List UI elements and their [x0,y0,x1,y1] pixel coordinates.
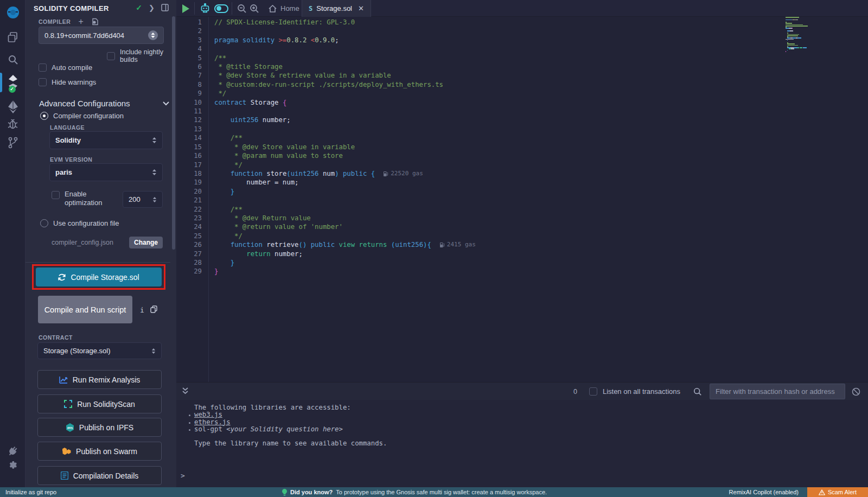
line-number: 24 [176,222,202,231]
copy-icon[interactable] [150,305,157,313]
enable-optimization-label: Enable optimization [65,190,117,207]
run-solidityscan-button[interactable]: Run SolidityScan [37,394,162,413]
publish-on-swarm-button[interactable]: Publish on Swarm [37,442,162,461]
use-configuration-file-radio[interactable] [40,219,48,227]
home-icon [269,5,277,12]
transaction-count: 0 [573,388,577,396]
select-arrows-icon [151,348,156,354]
optimization-runs-input[interactable]: 200 [123,191,163,208]
code-line: 4 [176,44,868,53]
terminal-library-item[interactable]: sol-gpt <your Solidity question here> [176,426,868,433]
run-remix-analysis-label: Run Remix Analysis [73,375,141,384]
line-number: 12 [176,116,202,124]
terminal-collapse-icon[interactable] [182,387,189,396]
zoom-in-icon[interactable] [250,0,259,17]
add-compiler-icon[interactable]: + [78,18,83,26]
publish-on-ipfs-button[interactable]: IPFS Publish on IPFS [37,418,162,437]
debugger-icon[interactable] [0,118,25,130]
hide-warnings-checkbox[interactable] [39,78,47,86]
settings-gear-icon[interactable] [0,460,25,471]
evm-version-value: paris [55,168,72,176]
zoom-out-icon[interactable] [237,0,247,17]
did-you-know-title: Did you know? [290,489,333,495]
copilot-status[interactable]: RemixAI Copilot (enabled) [729,489,799,495]
compiler-version-select[interactable]: 0.8.19+commit.7dd6d404 [39,27,164,44]
line-number: 18 [176,169,202,178]
git-init-status[interactable]: Initialize as git repo [5,489,56,495]
terminal-library-item[interactable]: ethers.js [176,419,868,426]
language-label: LANGUAGE [50,124,85,131]
editor-minimap[interactable] [786,17,837,52]
file-explorer-icon[interactable] [0,31,25,43]
code-line: 1// SPDX-License-Identifier: GPL-3.0 [176,18,868,27]
line-number: 23 [176,214,202,222]
compiler-version-value: 0.8.19+commit.7dd6d404 [44,31,124,40]
auto-compile-label: Auto compile [52,63,92,72]
advanced-configurations-header[interactable]: Advanced Configurations [39,99,169,108]
did-you-know-text: To prototype using the Gnosis safe multi… [336,489,547,495]
code-line: 14 /** [176,133,868,142]
evm-version-select[interactable]: paris [49,163,163,181]
include-nightly-checkbox[interactable] [107,52,115,60]
line-number: 14 [176,133,202,142]
config-file-name: compiler_config.json [52,239,113,246]
compile-button[interactable]: Compile Storage.sol [36,267,162,286]
status-bar: Initialize as git repo Did you know? To … [0,487,868,497]
compile-and-run-button[interactable]: Compile and Run script [38,296,132,323]
tab-home[interactable]: Home [262,0,306,17]
code-line: 7 * @dev Store & retrieve value in a var… [176,71,868,80]
code-line: 18 function store(uint256 num) public {2… [176,169,868,178]
listen-all-transactions-label: Listen on all transactions [603,387,680,396]
code-line: 11 [176,107,868,116]
code-line: 8 * @custom:dev-run-script ./scripts/dep… [176,80,868,89]
gas-estimate: 22520 gas [384,169,423,178]
listen-all-transactions-checkbox[interactable] [589,387,597,396]
terminal-prompt[interactable]: > [181,471,185,480]
tab-storage-sol[interactable]: S Storage.sol ✕ [302,0,371,17]
pin-panel-icon[interactable] [161,4,169,11]
git-icon[interactable] [0,137,25,149]
language-value: Solidity [55,136,81,144]
line-number: 17 [176,161,202,169]
line-number: 20 [176,187,202,196]
remixai-robot-icon[interactable] [199,0,211,17]
code-editor[interactable]: 1// SPDX-License-Identifier: GPL-3.023pr… [176,17,868,382]
change-config-button[interactable]: Change [129,237,163,248]
solidity-compiler-icon[interactable]: ✓ [0,74,25,91]
code-line: 27 return number; [176,250,868,258]
deploy-run-icon[interactable] [0,100,25,114]
code-line: 19 number = num; [176,178,868,187]
copilot-toggle[interactable] [214,0,228,17]
terminal-text-line: Type the library name to see available c… [176,440,868,447]
remix-logo-icon[interactable] [0,5,25,22]
contract-select[interactable]: Storage (Storage.sol) [37,342,162,359]
compilation-details-button[interactable]: Compilation Details [37,466,162,485]
details-doc-icon [61,471,68,480]
terminal-library-item[interactable]: web3.js [176,411,868,418]
line-number: 28 [176,258,202,267]
auto-compile-checkbox[interactable] [39,63,47,72]
forward-chevron-icon[interactable]: ❯ [149,4,155,12]
code-line: 6 * @title Storage [176,62,868,71]
run-remix-analysis-button[interactable]: Run Remix Analysis [37,370,162,389]
code-line: 10contract Storage { [176,98,868,107]
close-tab-icon[interactable]: ✕ [358,4,364,12]
refresh-icon [58,273,66,281]
compiler-configuration-radio[interactable] [40,112,48,120]
language-select[interactable]: Solidity [49,131,163,149]
code-line: 21 [176,196,868,205]
publish-on-swarm-label: Publish on Swarm [76,447,137,456]
terminal-search-icon[interactable] [693,387,702,396]
compile-and-run-label: Compile and Run script [44,305,126,315]
transaction-filter-input[interactable] [710,384,845,399]
enable-optimization-checkbox[interactable] [52,191,60,199]
search-icon[interactable] [0,54,25,65]
use-configuration-file-label: Use configuration file [53,219,119,227]
load-compiler-file-icon[interactable] [91,18,99,26]
scam-alert-button[interactable]: Scam Alert [807,487,868,497]
run-script-play-button[interactable] [182,0,189,17]
clear-console-icon[interactable] [852,387,860,396]
terminal-output[interactable]: The following libraries are accessible:w… [176,400,868,487]
info-icon[interactable]: i [140,306,144,314]
plugin-manager-icon[interactable] [0,445,25,457]
